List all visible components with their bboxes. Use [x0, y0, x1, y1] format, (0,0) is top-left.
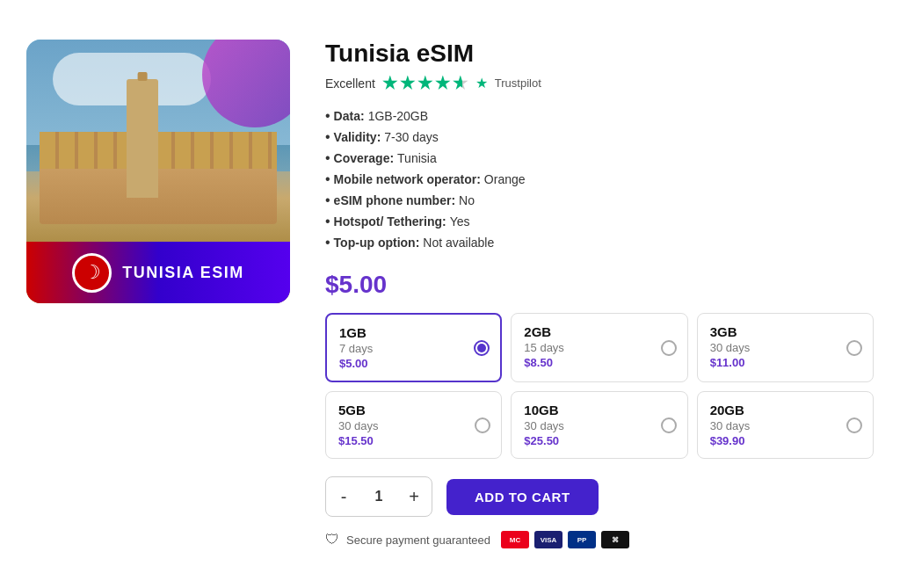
plan-10gb-days: 30 days: [524, 419, 674, 432]
spec-topup: Top-up option: Not available: [325, 232, 874, 253]
specs-list: Data: 1GB-20GB Validity: 7-30 days Cover…: [325, 105, 874, 253]
spec-validity: Validity: 7-30 days: [325, 127, 874, 148]
plan-5gb[interactable]: 5GB 30 days $15.50: [325, 391, 502, 459]
plan-20gb[interactable]: 20GB 30 days $39.90: [697, 391, 874, 459]
star-1: [382, 76, 398, 91]
plan-2gb-radio[interactable]: [661, 340, 677, 356]
plan-5gb-radio[interactable]: [475, 417, 490, 433]
plan-1gb-radio[interactable]: [474, 340, 490, 356]
tunisia-flag-icon: ☽: [72, 253, 112, 293]
spec-hotspot: Hotspot/ Tethering: Yes: [325, 211, 874, 232]
spec-phone-number: eSIM phone number: No: [325, 190, 874, 211]
product-details: Tunisia eSIM Excellent ★ Trustpilot Data…: [325, 40, 874, 548]
paypal-icon: PP: [568, 531, 596, 548]
star-5-half: [453, 76, 468, 91]
plan-10gb-radio[interactable]: [661, 417, 677, 433]
spec-operator-label: Mobile network operator:: [334, 172, 481, 186]
rating-label: Excellent: [325, 76, 375, 91]
plan-1gb-name: 1GB: [339, 325, 488, 340]
plan-20gb-radio[interactable]: [846, 417, 862, 433]
star-rating: [382, 76, 468, 91]
shield-icon: 🛡: [325, 532, 339, 548]
plan-20gb-price: $39.90: [710, 434, 860, 447]
price-display: $5.00: [325, 271, 874, 299]
spec-validity-label: Validity:: [334, 130, 381, 144]
spec-coverage-label: Coverage:: [334, 151, 394, 165]
mastercard-icon: MC: [501, 531, 529, 548]
payment-icons: MC VISA PP ⌘: [501, 531, 629, 548]
star-2: [400, 76, 416, 91]
spec-coverage-value: Tunisia: [397, 151, 437, 165]
plan-1gb-days: 7 days: [339, 342, 488, 355]
spec-operator-value: Orange: [484, 172, 526, 186]
spec-data: Data: 1GB-20GB: [325, 105, 874, 127]
spec-phone-number-value: No: [459, 193, 475, 207]
cart-row: - 1 + ADD TO CART: [325, 476, 874, 517]
plan-5gb-name: 5GB: [338, 403, 489, 417]
plans-grid[interactable]: 1GB 7 days $5.00 2GB 15 days $8.50 3GB 3…: [325, 313, 874, 459]
trustpilot-star-icon: ★: [475, 75, 488, 91]
product-page: ☽ TUNISIA ESIM Tunisia eSIM Excellent ★ …: [0, 13, 900, 575]
image-banner: ☽ TUNISIA ESIM: [26, 242, 290, 303]
spec-operator: Mobile network operator: Orange: [325, 169, 874, 190]
quantity-increase-button[interactable]: +: [396, 477, 432, 516]
image-minaret: [127, 79, 158, 198]
visa-icon: VISA: [534, 531, 562, 548]
plan-10gb-price: $25.50: [524, 434, 674, 447]
rating-row: Excellent ★ Trustpilot: [325, 75, 874, 91]
spec-data-value: 1GB-20GB: [368, 109, 428, 123]
plan-10gb[interactable]: 10GB 30 days $25.50: [511, 391, 687, 459]
plan-2gb-price: $8.50: [524, 356, 674, 369]
image-banner-text: TUNISIA ESIM: [122, 264, 243, 282]
plan-2gb[interactable]: 2GB 15 days $8.50: [511, 313, 687, 382]
spec-validity-value: 7-30 days: [384, 130, 438, 144]
image-ruins: [40, 132, 277, 224]
quantity-value: 1: [361, 489, 396, 505]
star-3: [417, 76, 433, 91]
plan-1gb-price: $5.00: [339, 357, 488, 370]
add-to-cart-button[interactable]: ADD TO CART: [446, 479, 599, 515]
spec-hotspot-value: Yes: [450, 214, 470, 229]
secure-payment-row: 🛡 Secure payment guaranteed MC VISA PP ⌘: [325, 531, 874, 548]
plan-3gb-price: $11.00: [710, 356, 860, 369]
spec-phone-number-label: eSIM phone number:: [334, 193, 455, 207]
spec-topup-label: Top-up option:: [334, 236, 420, 250]
plan-20gb-name: 20GB: [710, 403, 860, 417]
plan-3gb-name: 3GB: [710, 324, 860, 339]
apple-pay-icon: ⌘: [601, 531, 629, 548]
plan-1gb[interactable]: 1GB 7 days $5.00: [325, 313, 502, 382]
spec-data-label: Data:: [334, 109, 365, 123]
plan-2gb-name: 2GB: [524, 324, 674, 339]
plan-3gb-days: 30 days: [710, 341, 860, 354]
quantity-decrease-button[interactable]: -: [326, 477, 361, 516]
plan-20gb-days: 30 days: [710, 419, 860, 432]
spec-topup-value: Not available: [423, 236, 494, 250]
product-title: Tunisia eSIM: [325, 40, 874, 68]
product-image-wrapper: ☽ TUNISIA ESIM: [26, 40, 290, 303]
plan-5gb-days: 30 days: [338, 419, 489, 432]
plan-2gb-days: 15 days: [524, 341, 674, 354]
plan-3gb[interactable]: 3GB 30 days $11.00: [697, 313, 874, 382]
plan-3gb-radio[interactable]: [846, 340, 862, 356]
quantity-control[interactable]: - 1 +: [325, 476, 432, 517]
star-4: [435, 76, 451, 91]
plan-5gb-price: $15.50: [338, 434, 489, 447]
product-image: ☽ TUNISIA ESIM: [26, 40, 290, 303]
secure-payment-label: Secure payment guaranteed: [346, 534, 490, 547]
spec-coverage: Coverage: Tunisia: [325, 148, 874, 169]
plan-10gb-name: 10GB: [524, 403, 674, 417]
trustpilot-label: Trustpilot: [495, 76, 541, 90]
spec-hotspot-label: Hotspot/ Tethering:: [334, 214, 446, 229]
